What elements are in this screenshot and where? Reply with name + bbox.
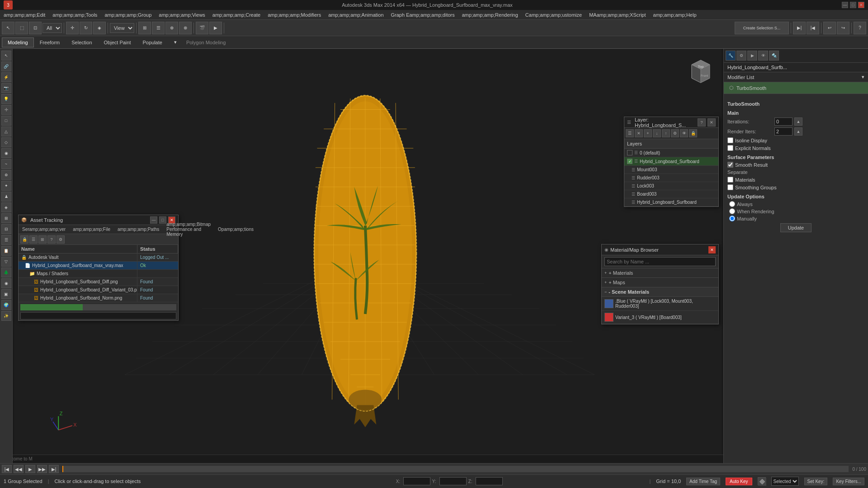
mat-row-1[interactable]: Variant_3 ( VRayMtl ) [Board003] xyxy=(602,311,718,324)
layer-question-btn[interactable]: ? xyxy=(698,118,706,127)
menu-views[interactable]: amp;amp;amp;Views xyxy=(155,11,209,19)
menu-edit[interactable]: amp;amp;amp;Edit xyxy=(0,11,49,19)
selected-dropdown[interactable]: Selected xyxy=(771,477,799,486)
display-icon-btn[interactable]: 👁 xyxy=(758,51,768,61)
asset-menu-server[interactable]: Seramp;amp;amp;ver xyxy=(19,226,69,233)
iterations-spinner-up[interactable]: ▲ xyxy=(794,117,802,126)
mat-row-0[interactable]: .Blue ( VRayMtl ) [Lock003, Mount003, Ru… xyxy=(602,297,718,311)
tab-more[interactable]: ▾ xyxy=(168,38,183,47)
menu-help[interactable]: amp;amp;amp;Help xyxy=(650,11,700,19)
layer-row-4[interactable]: ☰ Lock003 xyxy=(624,182,718,190)
asset-row-5[interactable]: 🖼 Hybrid_Longboard_Surfboard_Norm.png Fo… xyxy=(19,294,178,302)
camera-tool[interactable]: 📷 xyxy=(1,83,11,93)
named-sel-set-btn[interactable]: ▶| xyxy=(793,22,806,34)
layer-row-2[interactable]: ☰ Mount003 xyxy=(624,166,718,174)
redo-btn[interactable]: ↪ xyxy=(837,22,849,34)
move-btn[interactable]: ✛ xyxy=(66,22,79,34)
asset-row-4[interactable]: 🖼 Hybrid_Longboard_Surfboard_Diff_Varian… xyxy=(19,286,178,294)
when-rendering-radio[interactable] xyxy=(729,208,735,214)
window-crossing-btn[interactable]: ⊡ xyxy=(29,22,42,34)
link-tool[interactable]: 🔗 xyxy=(1,61,11,71)
set-key-btn[interactable]: Set Key: xyxy=(804,478,828,485)
align-tool-side[interactable]: ☰ xyxy=(1,235,11,245)
array-tool[interactable]: ⊟ xyxy=(1,224,11,234)
manually-radio[interactable] xyxy=(729,216,735,221)
asset-row-3[interactable]: 🖼 Hybrid_Longboard_Surfboard_Diff.png Fo… xyxy=(19,278,178,286)
render-setup-btn[interactable]: 🎬 xyxy=(196,22,208,34)
particles-tool[interactable]: ◉ xyxy=(1,148,11,158)
shapes-tool[interactable]: △ xyxy=(1,127,11,136)
select-btn[interactable]: ↖ xyxy=(2,22,14,34)
auto-key-btn[interactable]: Auto Key xyxy=(726,478,752,485)
layer-tool-2[interactable]: ✕ xyxy=(635,129,643,137)
asset-minimize-btn[interactable]: — xyxy=(150,216,157,224)
render-frame[interactable]: ▣ xyxy=(1,289,11,299)
systems-tool[interactable]: ⊕ xyxy=(1,170,11,180)
tab-object-paint[interactable]: Object Paint xyxy=(98,38,137,47)
scale-btn[interactable]: ◈ xyxy=(93,22,106,34)
ref-coordinate-btn[interactable]: |◀ xyxy=(807,22,819,34)
layer-tool-6[interactable]: ⚙ xyxy=(671,129,679,137)
rotate-btn[interactable]: ↻ xyxy=(80,22,92,34)
add-time-tag-btn[interactable]: Add Time Tag xyxy=(686,478,720,485)
biped-tool[interactable]: ♟ xyxy=(1,192,11,202)
modifier-list-dropdown[interactable]: Modifier List ▾ xyxy=(724,72,868,82)
material-editor[interactable]: ◉ xyxy=(1,278,11,288)
tab-populate[interactable]: Populate xyxy=(137,38,168,47)
select-region-btn[interactable]: ⬚ xyxy=(15,22,28,34)
view-dropdown[interactable]: View xyxy=(110,23,134,33)
asset-tool-2[interactable]: ☰ xyxy=(29,235,38,244)
ribbon-toggle[interactable]: ▽ xyxy=(1,257,11,267)
minimize-button[interactable]: — xyxy=(842,2,848,8)
asset-row-1[interactable]: 📄 Hybrid_Longboard_Surfboard_max_vray.ma… xyxy=(19,262,178,270)
helpers-tool[interactable]: ☩ xyxy=(1,105,11,115)
turbosmooth-modifier[interactable]: ⬡ TurboSmooth xyxy=(724,82,868,94)
help-btn[interactable]: ? xyxy=(854,22,866,34)
key-filters-btn[interactable]: Key Filters... xyxy=(833,478,864,485)
tab-freeform[interactable]: Freeform xyxy=(34,38,66,47)
update-button[interactable]: Update xyxy=(780,223,811,232)
z-input[interactable] xyxy=(476,477,503,485)
prev-key-btn[interactable]: ◀◀ xyxy=(14,465,24,473)
x-input[interactable] xyxy=(403,477,430,485)
asset-input-bar[interactable] xyxy=(20,312,176,319)
menu-maxscript[interactable]: MAamp;amp;amp;XScript xyxy=(585,11,649,19)
tab-selection[interactable]: Selection xyxy=(66,38,98,47)
layer-tool-5[interactable]: ↑ xyxy=(662,129,670,137)
asset-tool-5[interactable]: ⚙ xyxy=(57,235,65,244)
modify-icon-btn[interactable]: 🔧 xyxy=(726,51,736,61)
layer-row-3[interactable]: ☰ Rudder003 xyxy=(624,174,718,182)
timeline-slider[interactable] xyxy=(62,466,849,472)
asset-tool-3[interactable]: ⊞ xyxy=(38,235,47,244)
asset-menu-bitmap[interactable]: amp;amp;amp;Bitmap Performance and Memor… xyxy=(163,221,214,238)
explicit-normals-checkbox[interactable] xyxy=(727,145,733,151)
mirror-tool-side[interactable]: ⊞ xyxy=(1,213,11,223)
y-input[interactable] xyxy=(439,477,467,485)
layer-row-6[interactable]: ☰ Hybrid_Longboard_Surfboard xyxy=(624,198,718,206)
light-tool[interactable]: 💡 xyxy=(1,94,11,104)
mat-section-maps[interactable]: + + Maps xyxy=(602,278,718,287)
asset-row-0[interactable]: 🔒 Autodesk Vault Logged Out ... xyxy=(19,253,178,262)
menu-rendering[interactable]: amp;amp;amp;Rendering xyxy=(458,11,522,19)
effects[interactable]: ✨ xyxy=(1,311,11,321)
layer-row-0[interactable]: ☰ 0 (default) xyxy=(624,149,718,157)
snap-btn[interactable]: ⊕ xyxy=(165,22,178,34)
layer-manager[interactable]: 📋 xyxy=(1,246,11,256)
key-mode-icon[interactable] xyxy=(758,477,766,485)
render-iters-spinner[interactable]: ▲ xyxy=(794,127,802,136)
asset-menu-paths[interactable]: amp;amp;amp;Paths xyxy=(114,226,163,233)
layer-tool-7[interactable]: 👁 xyxy=(680,129,688,137)
layer-row-5[interactable]: ☰ Board003 xyxy=(624,190,718,198)
material-panel-close[interactable]: ✕ xyxy=(708,246,716,253)
mirror-btn[interactable]: ⊞ xyxy=(138,22,151,34)
nav-cube[interactable]: Top Front xyxy=(683,53,719,89)
space-warp-tool[interactable]: ~ xyxy=(1,159,11,169)
layer-tool-8[interactable]: 🔒 xyxy=(689,129,697,137)
next-key-btn[interactable]: ▶▶ xyxy=(37,465,47,473)
menu-modifiers[interactable]: amp;amp;amp;Modifiers xyxy=(264,11,325,19)
layer-tool-4[interactable]: ↓ xyxy=(653,129,661,137)
menu-tools[interactable]: amp;amp;amp;Tools xyxy=(49,11,101,19)
geo-tool[interactable]: □ xyxy=(1,116,11,126)
menu-graph-editors[interactable]: Graph Eamp;amp;amp;ditors xyxy=(387,11,458,19)
undo-btn[interactable]: ↩ xyxy=(823,22,836,34)
